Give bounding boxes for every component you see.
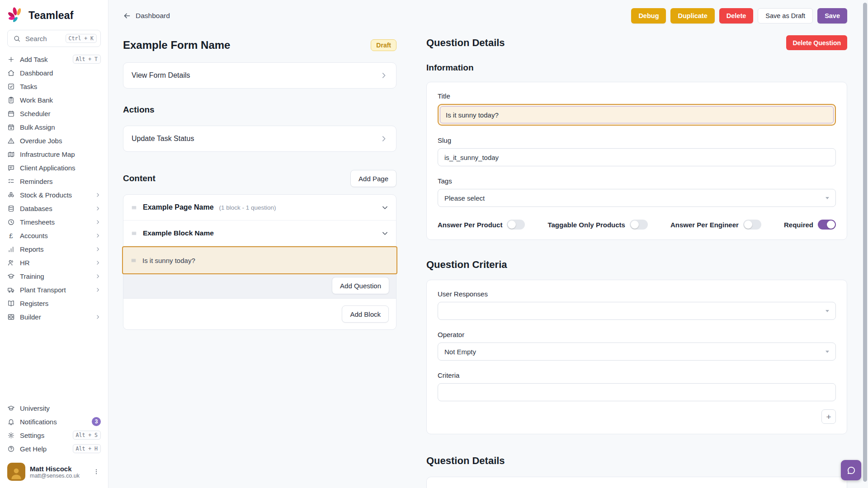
add-task-shortcut: Alt + T	[73, 55, 101, 64]
sidebar-item-builder[interactable]: Builder	[7, 310, 101, 324]
sidebar-item-scheduler[interactable]: Scheduler	[7, 107, 101, 120]
operator-value: Not Empty	[444, 348, 476, 356]
add-block-strip: Add Block	[123, 299, 396, 329]
add-question-strip: Add Question	[123, 274, 396, 299]
sidebar-item-settings[interactable]: Settings Alt + S	[7, 428, 101, 442]
user-responses-label: User Responses	[438, 290, 836, 298]
list-checks-icon	[7, 178, 15, 185]
add-page-button[interactable]: Add Page	[350, 170, 396, 187]
sidebar-item-work-bank[interactable]: Work Bank	[7, 93, 101, 107]
tags-label: Tags	[438, 177, 836, 185]
vertical-scrollbar[interactable]	[863, 3, 867, 482]
sidebar-item-timesheets[interactable]: Timesheets	[7, 215, 101, 229]
teamleaf-logo-icon	[8, 7, 24, 23]
page-row[interactable]: Example Page Name (1 block - 1 question)	[123, 195, 396, 221]
block-name: Example Block Name	[143, 229, 214, 237]
operator-label: Operator	[438, 331, 836, 338]
question-details-bottom-heading: Question Details	[426, 455, 847, 467]
duplicate-button[interactable]: Duplicate	[670, 8, 714, 23]
operator-select[interactable]: Not Empty	[438, 343, 836, 361]
block-row[interactable]: Example Block Name	[123, 221, 396, 246]
sidebar-item-reports[interactable]: Reports	[7, 242, 101, 256]
sidebar-item-overdue-jobs[interactable]: Overdue Jobs	[7, 134, 101, 147]
sidebar-item-university[interactable]: University	[7, 401, 101, 415]
back-to-dashboard[interactable]: Dashboard	[123, 12, 170, 20]
drag-handle-icon[interactable]	[131, 204, 137, 211]
sidebar-item-accounts[interactable]: £ Accounts	[7, 229, 101, 242]
delete-button[interactable]: Delete	[719, 8, 754, 23]
chevron-down-icon[interactable]	[381, 204, 389, 211]
book-open-icon	[7, 300, 15, 307]
sidebar-item-notifications[interactable]: Notifications 3	[7, 415, 101, 428]
help-circle-icon	[7, 445, 15, 453]
database-icon	[7, 205, 15, 212]
debug-button[interactable]: Debug	[631, 8, 666, 23]
user-email: matt@senses.co.uk	[30, 473, 87, 479]
bar-chart-icon	[7, 245, 15, 253]
chevron-right-icon	[380, 71, 388, 80]
slug-input[interactable]: is_it_sunny_today	[438, 148, 836, 166]
save-as-draft-button[interactable]: Save as Draft	[758, 8, 813, 23]
save-button[interactable]: Save	[817, 8, 847, 23]
sidebar-item-training[interactable]: Training	[7, 269, 101, 283]
user-menu-button[interactable]	[92, 466, 101, 478]
chevron-down-icon[interactable]	[381, 230, 389, 237]
view-form-details-card[interactable]: View Form Details	[123, 62, 396, 89]
answer-per-product-toggle[interactable]	[507, 220, 525, 230]
title-input[interactable]: Is it sunny today?	[438, 104, 836, 126]
user-responses-select[interactable]	[438, 302, 836, 320]
answer-per-engineer-toggle[interactable]	[743, 220, 761, 230]
task-check-icon	[7, 83, 15, 90]
sidebar-nav: Add Task Alt + T Dashboard Tasks Work Ba…	[7, 52, 101, 324]
required-toggle[interactable]	[818, 220, 836, 230]
delete-question-button[interactable]: Delete Question	[786, 35, 847, 50]
map-icon	[7, 150, 15, 158]
title-input-value: Is it sunny today?	[446, 111, 499, 119]
sidebar-item-databases[interactable]: Databases	[7, 202, 101, 215]
sidebar-item-dashboard[interactable]: Dashboard	[7, 66, 101, 80]
sidebar-item-plant-transport[interactable]: Plant Transport	[7, 283, 101, 296]
criteria-input[interactable]	[438, 383, 836, 401]
get-help-shortcut: Alt + H	[73, 444, 101, 453]
add-block-button[interactable]: Add Block	[342, 305, 389, 323]
toggles-row: Answer Per Product Taggable Only Product…	[438, 220, 836, 230]
sidebar-item-infrastructure-map[interactable]: Infrastructure Map	[7, 147, 101, 161]
chat-widget-button[interactable]	[841, 460, 861, 480]
search-input[interactable]: Search Ctrl + K	[7, 30, 101, 47]
boxes-icon	[7, 191, 15, 199]
add-question-button[interactable]: Add Question	[332, 277, 389, 294]
drag-handle-icon[interactable]	[131, 230, 137, 237]
clipboard-icon	[7, 96, 15, 104]
brand-name: Teamleaf	[28, 9, 74, 22]
criteria-label: Criteria	[438, 371, 836, 379]
sidebar-item-reminders[interactable]: Reminders	[7, 174, 101, 188]
search-placeholder: Search	[25, 35, 61, 42]
sidebar-item-get-help[interactable]: Get Help Alt + H	[7, 442, 101, 455]
toggle-taggable-only-products: Taggable Only Products	[547, 220, 647, 230]
add-criteria-button[interactable]: +	[821, 409, 836, 424]
toggle-answer-per-product: Answer Per Product	[438, 220, 525, 230]
question-criteria-card: User Responses Operator Not Empty	[426, 280, 847, 434]
tags-select[interactable]: Please select	[438, 189, 836, 207]
sidebar-item-client-applications[interactable]: Client Applications	[7, 161, 101, 174]
sidebar-item-hr[interactable]: HR	[7, 256, 101, 269]
user-profile[interactable]: Matt Hiscock matt@senses.co.uk	[7, 463, 101, 481]
search-icon	[13, 35, 21, 42]
update-task-status-card[interactable]: Update Task Status	[123, 126, 396, 152]
sidebar-item-registers[interactable]: Registers	[7, 296, 101, 310]
taggable-only-products-toggle[interactable]	[630, 220, 648, 230]
sidebar-item-tasks[interactable]: Tasks	[7, 80, 101, 93]
question-row-selected[interactable]: Is it sunny today?	[122, 246, 397, 274]
drag-handle-icon[interactable]	[130, 257, 137, 264]
toggle-answer-per-engineer: Answer Per Engineer	[670, 220, 761, 230]
update-task-status-label: Update Task Status	[132, 135, 194, 143]
search-shortcut: Ctrl + K	[66, 34, 97, 43]
brand-logo-row[interactable]: Teamleaf	[7, 6, 101, 30]
sidebar-footer: University Notifications 3 Settings Alt …	[7, 401, 101, 481]
sidebar-item-add-task[interactable]: Add Task Alt + T	[7, 52, 101, 66]
sidebar-item-stock-products[interactable]: Stock & Products	[7, 188, 101, 202]
content-structure-card: Example Page Name (1 block - 1 question)…	[123, 194, 396, 330]
chevron-right-icon	[95, 273, 101, 279]
content-heading: Content	[123, 174, 156, 183]
sidebar-item-bulk-assign[interactable]: Bulk Assign	[7, 120, 101, 134]
